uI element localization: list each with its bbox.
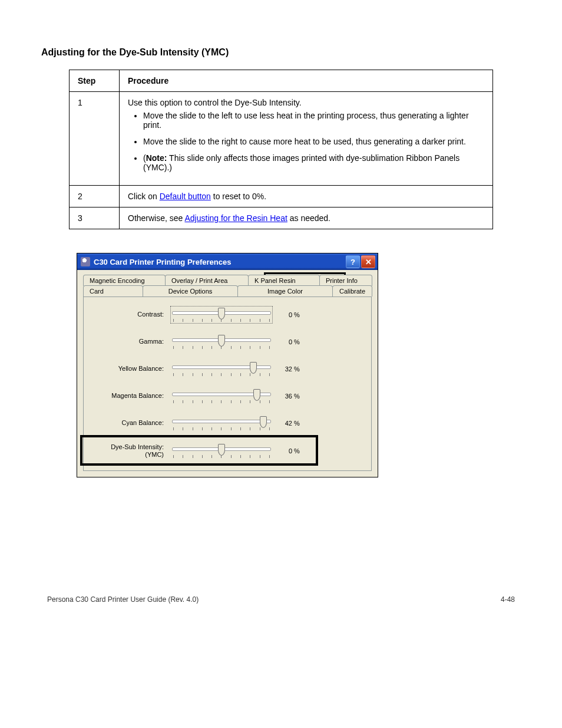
slider-thumb[interactable] xyxy=(218,335,225,347)
resin-heat-link[interactable]: Adjusting for the Resin Heat xyxy=(185,213,287,223)
step-number: 1 xyxy=(70,92,120,186)
slider-thumb[interactable] xyxy=(250,362,257,374)
step-procedure: Otherwise, see Adjusting for the Resin H… xyxy=(120,207,493,229)
slider-label: Yellow Balance: xyxy=(91,365,167,373)
bullet: Move the slide to the right to cause mor… xyxy=(143,137,484,146)
col-procedure: Procedure xyxy=(120,70,493,92)
footer-left: Persona C30 Card Printer User Guide (Rev… xyxy=(47,595,199,604)
slider[interactable] xyxy=(172,389,271,403)
app-icon xyxy=(81,257,90,266)
bullet: Move the slide to the left to use less h… xyxy=(143,111,484,130)
bullet-note: (Note: This slide only affects those ima… xyxy=(143,153,484,172)
tab-printer-info[interactable]: Printer Info xyxy=(319,275,372,286)
slider-label: Gamma: xyxy=(91,338,167,345)
slider-thumb[interactable] xyxy=(253,389,260,401)
slider-label: Dye-Sub Intensity:(YMC) xyxy=(91,443,167,459)
slider-label: Cyan Balance: xyxy=(91,419,167,427)
slider-label: Contrast: xyxy=(91,311,167,318)
slider-label: Magenta Balance: xyxy=(91,392,167,400)
slider-thumb[interactable] xyxy=(218,308,225,319)
slider-thumb[interactable] xyxy=(218,444,225,456)
preferences-window: C30 Card Printer Printing Preferences ? … xyxy=(77,253,378,477)
percent-label: % xyxy=(292,365,302,373)
footer-right: 4-48 xyxy=(501,595,515,604)
slider-value: 36 xyxy=(276,393,292,400)
step-number: 3 xyxy=(70,207,120,229)
close-button[interactable]: ✕ xyxy=(361,255,375,268)
titlebar: C30 Card Printer Printing Preferences ? … xyxy=(77,253,378,270)
tab-image-color[interactable]: Image Color xyxy=(237,285,333,297)
slider[interactable] xyxy=(172,362,271,376)
step1-intro: Use this option to control the Dye-Sub I… xyxy=(128,98,484,107)
tab-magnetic-encoding[interactable]: Magnetic Encoding xyxy=(83,275,166,286)
slider-row: Cyan Balance:42% xyxy=(91,416,364,430)
percent-label: % xyxy=(292,338,302,345)
slider-value: 0 xyxy=(276,311,292,318)
step-number: 2 xyxy=(70,186,120,207)
slider-value: 0 xyxy=(276,447,292,454)
slider-row: Dye-Sub Intensity:(YMC)0% xyxy=(91,443,364,459)
slider-value: 0 xyxy=(276,338,292,345)
image-color-panel: Contrast:0%Gamma:0%Yellow Balance:32%Mag… xyxy=(83,297,372,471)
section-title: Adjusting for the Dye-Sub Intensity (YMC… xyxy=(41,47,521,58)
default-button-link[interactable]: Default button xyxy=(160,192,211,201)
tab-strip: Magnetic Encoding Overlay / Print Area K… xyxy=(77,270,378,297)
percent-label: % xyxy=(292,447,302,454)
slider[interactable] xyxy=(172,444,271,458)
slider[interactable] xyxy=(172,308,271,322)
window-title: C30 Card Printer Printing Preferences xyxy=(94,258,345,266)
procedure-table: Step Procedure 1 Use this option to cont… xyxy=(69,70,493,229)
slider-row: Gamma:0% xyxy=(91,335,364,349)
tab-device-options[interactable]: Device Options xyxy=(143,285,238,297)
help-button[interactable]: ? xyxy=(346,255,360,268)
slider-row: Contrast:0% xyxy=(91,308,364,322)
tab-calibrate[interactable]: Calibrate xyxy=(332,285,372,297)
tab-card[interactable]: Card xyxy=(83,285,143,297)
slider-row: Yellow Balance:32% xyxy=(91,362,364,376)
tab-overlay-print-area[interactable]: Overlay / Print Area xyxy=(165,275,249,286)
percent-label: % xyxy=(292,420,302,427)
slider[interactable] xyxy=(172,416,271,430)
percent-label: % xyxy=(292,311,302,318)
percent-label: % xyxy=(292,393,302,400)
page-footer: Persona C30 Card Printer User Guide (Rev… xyxy=(41,595,521,604)
slider[interactable] xyxy=(172,335,271,349)
slider-thumb[interactable] xyxy=(260,416,267,428)
slider-row: Magenta Balance:36% xyxy=(91,389,364,403)
step-procedure: Click on Default button to reset to 0%. xyxy=(120,186,493,207)
step-procedure: Use this option to control the Dye-Sub I… xyxy=(120,92,493,186)
slider-value: 42 xyxy=(276,420,292,427)
tab-k-panel-resin[interactable]: K Panel Resin xyxy=(248,275,320,286)
col-step: Step xyxy=(70,70,120,92)
slider-value: 32 xyxy=(276,365,292,373)
